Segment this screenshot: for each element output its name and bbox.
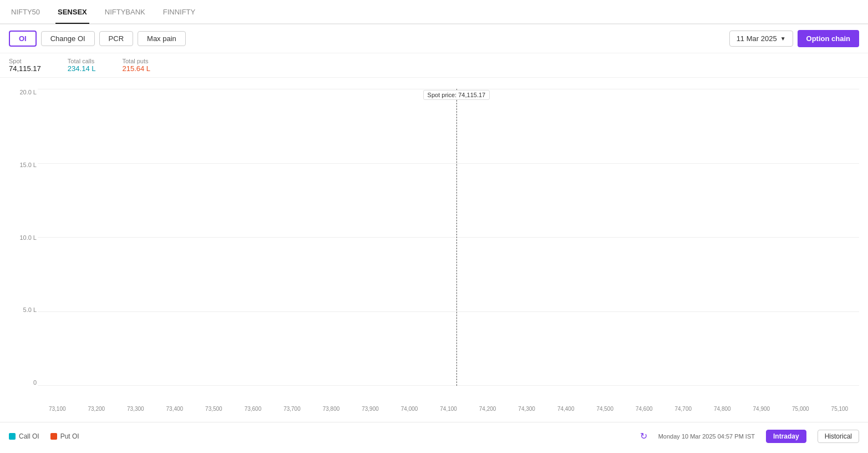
bars-area [38, 89, 859, 386]
x-label: 74,200 [468, 406, 507, 412]
top-nav: NIFTY50 SENSEX NIFTYBANK FINNIFTY [0, 0, 868, 24]
date-selector[interactable]: 11 Mar 2025 ▼ [729, 31, 793, 47]
x-label: 74,900 [742, 406, 781, 412]
x-label: 73,600 [234, 406, 273, 412]
y-label-10: 10.0 L [19, 234, 37, 241]
spot-label: Spot [9, 58, 41, 64]
oi-button[interactable]: OI [9, 31, 37, 47]
nav-tab-finnifty[interactable]: FINNIFTY [161, 1, 198, 24]
put-oi-legend-dot [50, 433, 57, 440]
x-label: 73,800 [312, 406, 351, 412]
call-oi-legend-dot [9, 433, 16, 440]
intraday-button[interactable]: Intraday [766, 430, 806, 443]
x-label: 74,700 [664, 406, 703, 412]
nav-tab-niftybank[interactable]: NIFTYBANK [103, 1, 148, 24]
nav-tab-sensex[interactable]: SENSEX [55, 1, 89, 24]
x-axis: 73,10073,20073,30073,40073,50073,60073,7… [38, 406, 859, 412]
x-label: 73,200 [77, 406, 116, 412]
historical-button[interactable]: Historical [818, 430, 859, 443]
y-label-20: 20.0 L [19, 89, 37, 95]
y-axis: 20.0 L 15.0 L 10.0 L 5.0 L 0 [4, 89, 37, 386]
x-label: 74,800 [703, 406, 742, 412]
x-label: 74,400 [546, 406, 586, 412]
refresh-icon[interactable]: ↻ [640, 431, 647, 441]
y-label-0: 0 [33, 379, 37, 386]
total-calls-value: 234.14 L [68, 64, 96, 73]
pcr-button[interactable]: PCR [99, 31, 133, 46]
y-label-5: 5.0 L [23, 306, 37, 313]
total-puts-stat: Total puts 215.64 L [122, 58, 150, 73]
stats-row: Spot 74,115.17 Total calls 234.14 L Tota… [0, 53, 868, 78]
total-puts-value: 215.64 L [122, 64, 150, 73]
x-label: 73,500 [194, 406, 234, 412]
total-calls-label: Total calls [68, 58, 96, 64]
option-chain-button[interactable]: Option chain [798, 30, 859, 47]
change-oi-button[interactable]: Change OI [41, 31, 95, 46]
nav-tab-nifty50[interactable]: NIFTY50 [9, 1, 42, 24]
put-oi-legend-label: Put OI [60, 432, 79, 440]
spot-stat: Spot 74,115.17 [9, 58, 41, 73]
date-label: 11 Mar 2025 [737, 34, 777, 43]
toolbar: OI Change OI PCR Max pain 11 Mar 2025 ▼ … [0, 24, 868, 53]
chevron-down-icon: ▼ [780, 36, 786, 42]
put-oi-legend: Put OI [50, 432, 79, 440]
x-label: 73,900 [351, 406, 390, 412]
footer: Call OI Put OI ↻ Monday 10 Mar 2025 04:5… [0, 422, 868, 450]
x-label: 74,100 [429, 406, 468, 412]
call-oi-legend-label: Call OI [19, 432, 39, 440]
spot-value: 74,115.17 [9, 64, 41, 73]
x-label: 73,400 [155, 406, 195, 412]
x-label: 74,300 [507, 406, 546, 412]
total-calls-stat: Total calls 234.14 L [68, 58, 96, 73]
x-label: 74,600 [625, 406, 664, 412]
y-label-15: 15.0 L [19, 162, 37, 168]
x-label: 73,300 [116, 406, 155, 412]
x-label: 73,700 [272, 406, 312, 412]
x-label: 75,100 [820, 406, 860, 412]
x-label: 74,000 [390, 406, 429, 412]
call-oi-legend: Call OI [9, 432, 39, 440]
max-pain-button[interactable]: Max pain [138, 31, 186, 46]
x-label: 73,100 [38, 406, 77, 412]
chart-container: 20.0 L 15.0 L 10.0 L 5.0 L 0 Spot price:… [0, 78, 868, 422]
x-label: 74,500 [585, 406, 625, 412]
timestamp: Monday 10 Mar 2025 04:57 PM IST [658, 433, 755, 440]
total-puts-label: Total puts [122, 58, 150, 64]
x-label: 75,000 [781, 406, 820, 412]
